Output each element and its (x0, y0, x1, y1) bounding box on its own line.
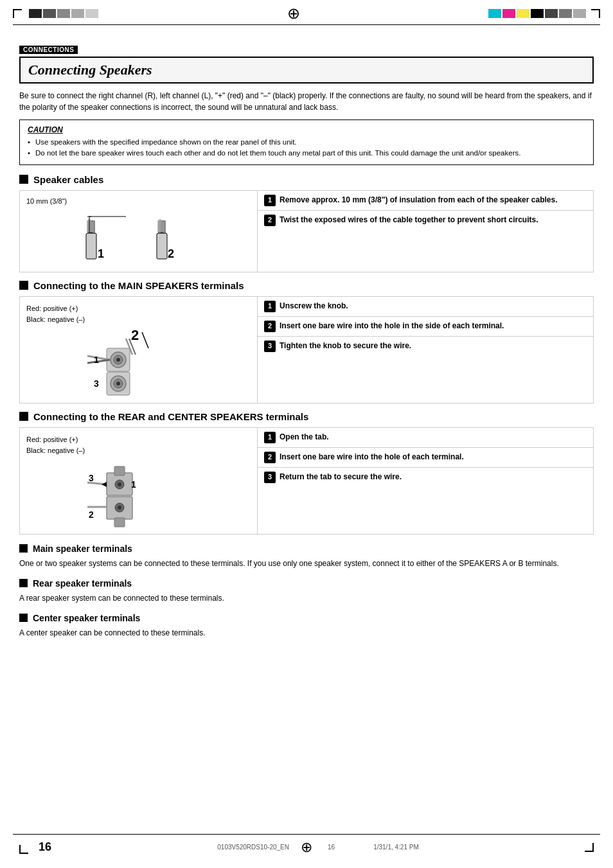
rear-step-1: 1 Open the tab. (258, 428, 593, 448)
main-content: CONNECTIONS Connecting Speakers Be sure … (0, 38, 613, 655)
section-icon-main-term (19, 544, 28, 553)
intro-text: Be sure to connect the right channel (R)… (19, 90, 594, 113)
caution-item-1: Use speakers with the specified impedanc… (28, 137, 585, 148)
corner-mark-bl (19, 845, 28, 854)
bar-block-3 (57, 9, 70, 18)
main-terminals-text: One or two speaker systems can be connec… (19, 558, 594, 569)
rear-terminals-heading: Rear speaker terminals (33, 578, 132, 589)
section-icon-center-term (19, 614, 28, 622)
main-step-text-3: Tighten the knob to secure the wire. (280, 341, 411, 351)
main-red-label: Red: positive (+) (26, 303, 85, 315)
caution-item-2: Do not let the bare speaker wires touch … (28, 148, 585, 159)
svg-text:2: 2 (168, 247, 174, 260)
main-black-label: Black: negative (–) (26, 314, 85, 326)
main-terminals-header: Main speaker terminals (19, 544, 594, 554)
step-num-1: 1 (264, 195, 276, 206)
main-speakers-diagram: Red: positive (+) Black: negative (–) (19, 296, 594, 403)
step-text-2: Twist the exposed wires of the cable tog… (280, 215, 538, 226)
section-icon-main (19, 281, 28, 290)
main-terminals-heading: Main speaker terminals (33, 544, 132, 554)
rear-center-header: Connecting to the REAR and CENTER SPEAKE… (19, 411, 594, 422)
main-step-1: 1 Unscrew the knob. (258, 297, 593, 317)
speaker-cables-header: Speaker cables (19, 174, 594, 185)
rear-terminal-diagram: Red: positive (+) Black: negative (–) (20, 428, 258, 534)
rear-step-num-2: 2 (264, 452, 276, 463)
footer-right: 1/31/1, 4:21 PM (373, 844, 419, 851)
corner-mark-tr (591, 9, 600, 18)
footer-info: 0103V520RDS10-20_EN 16 1/31/1, 4:21 PM (217, 844, 418, 851)
bar-block-1 (29, 9, 42, 18)
bar-block-5 (85, 9, 98, 18)
section-icon-rear (19, 412, 28, 421)
svg-marker-50 (102, 482, 107, 487)
caution-box: CAUTION Use speakers with the specified … (19, 120, 594, 165)
main-speakers-heading: Connecting to the MAIN SPEAKERS terminal… (33, 280, 244, 291)
step-text-1: Remove approx. 10 mm (3/8") of insulatio… (280, 195, 558, 206)
title-box: Connecting Speakers (19, 57, 594, 84)
center-terminals-header: Center speaker terminals (19, 613, 594, 623)
svg-rect-44 (114, 518, 125, 527)
rear-terminal-labels: Red: positive (+) Black: negative (–) (26, 434, 85, 457)
svg-text:1: 1 (131, 479, 136, 490)
main-step-text-1: Unscrew the knob. (280, 301, 348, 312)
corner-mark-br (585, 843, 594, 852)
section-icon-cables (19, 175, 28, 184)
bar-block-2 (43, 9, 56, 18)
top-bar-left (13, 9, 98, 18)
main-step-2: 2 Insert one bare wire into the hole in … (258, 317, 593, 337)
main-step-3: 3 Tighten the knob to secure the wire. (258, 337, 593, 356)
svg-rect-2 (86, 233, 96, 259)
top-rule (13, 24, 600, 25)
speaker-cables-diagram: 10 mm (3/8") 1 (19, 190, 594, 272)
bar-dk1 (545, 9, 558, 18)
main-step-text-2: Insert one bare wire into the hole in th… (280, 321, 504, 332)
center-terminals-heading: Center speaker terminals (33, 613, 140, 623)
bar-yellow (517, 9, 529, 18)
page-number: 16 (39, 840, 51, 854)
svg-point-46 (118, 506, 121, 509)
corner-mark-tl (13, 9, 22, 18)
step-num-2: 2 (264, 215, 276, 226)
svg-point-42 (118, 483, 121, 486)
cable-step-2: 2 Twist the exposed wires of the cable t… (258, 211, 593, 230)
svg-text:3: 3 (94, 378, 99, 389)
bar-lt1 (573, 9, 586, 18)
svg-rect-12 (157, 233, 167, 259)
main-terminal-diagram: Red: positive (+) Black: negative (–) (20, 297, 258, 403)
main-step-num-3: 3 (264, 341, 276, 352)
svg-point-26 (116, 358, 120, 362)
rear-center-heading: Connecting to the REAR and CENTER SPEAKE… (33, 411, 308, 422)
svg-text:3: 3 (89, 473, 94, 483)
rear-black-label: Black: negative (–) (26, 445, 85, 457)
page-title: Connecting Speakers (28, 62, 585, 78)
footer-center: 16 (328, 844, 335, 851)
rear-step-3: 3 Return the tab to secure the wire. (258, 468, 593, 487)
svg-text:1: 1 (94, 355, 99, 365)
center-terminals-text: A center speaker can be connected to the… (19, 627, 594, 639)
bar-dk2 (559, 9, 572, 18)
page-wrapper: ⊕ CONNECTIONS Connecting Speakers Be sur… (0, 0, 613, 868)
main-terminal-labels: Red: positive (+) Black: negative (–) (26, 303, 85, 326)
section-icon-rear-term (19, 579, 28, 587)
svg-rect-40 (114, 466, 125, 475)
rear-step-2: 2 Insert one bare wire into the hole of … (258, 448, 593, 468)
bottom-crosshair: ⊕ (301, 839, 312, 856)
bar-cyan (488, 9, 501, 18)
main-step-num-2: 2 (264, 321, 276, 332)
rear-terminal-svg: 3 1 2 (75, 457, 203, 527)
rear-terminals-text: A rear speaker system can be connected t… (19, 592, 594, 604)
caution-list: Use speakers with the specified impedanc… (28, 137, 585, 159)
svg-text:2: 2 (131, 327, 139, 343)
bar-magenta (502, 9, 515, 18)
rear-step-num-1: 1 (264, 432, 276, 443)
svg-text:1: 1 (98, 247, 104, 260)
page-footer: 16 0103V520RDS10-20_EN 16 1/31/1, 4:21 P… (19, 840, 594, 854)
rear-step-text-2: Insert one bare wire into the hole of ea… (280, 452, 464, 463)
main-speakers-header: Connecting to the MAIN SPEAKERS terminal… (19, 280, 594, 291)
svg-line-34 (142, 332, 148, 348)
rear-step-text-3: Return the tab to secure the wire. (280, 472, 402, 483)
cable-diagram-panel: 10 mm (3/8") 1 (20, 191, 258, 272)
bar-black1 (531, 9, 544, 18)
svg-text:2: 2 (89, 509, 94, 520)
caution-title: CAUTION (28, 125, 585, 134)
